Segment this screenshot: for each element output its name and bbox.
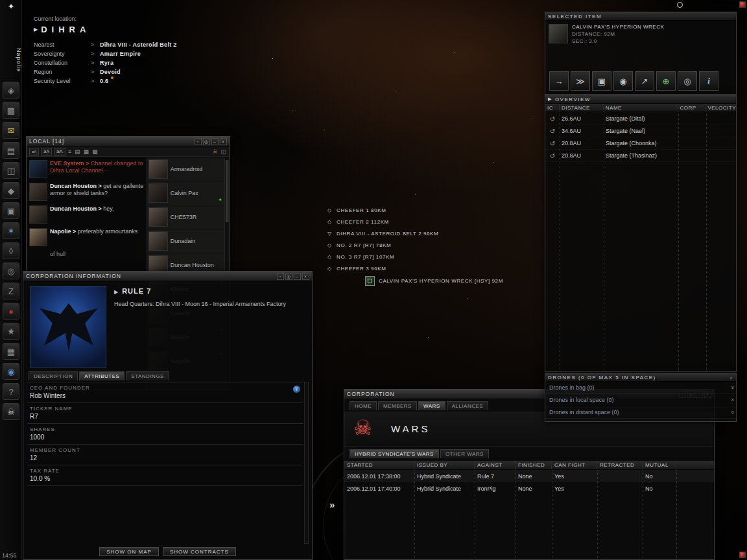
unstack-icon[interactable]: ▫ xyxy=(277,273,284,280)
tab-attributes[interactable]: ATTRIBUTES xyxy=(79,371,124,380)
subtab-own-wars[interactable]: HYBRID SYNDICATE'S WARS xyxy=(350,449,439,458)
pin-icon[interactable]: ◎ xyxy=(203,138,210,145)
unstack-icon[interactable]: ▫ xyxy=(195,138,202,145)
ship-hangar-icon[interactable]: ✶ xyxy=(3,222,19,239)
tab-wars[interactable]: WARS xyxy=(418,401,445,410)
show-hostiles-icon[interactable]: ☠ xyxy=(211,148,218,155)
window-stack-icon-bottom[interactable] xyxy=(739,552,746,558)
show-info-button[interactable]: i xyxy=(699,71,718,91)
drone-group-row[interactable]: Drones in bag (0) » xyxy=(545,382,736,394)
keep-at-range-button[interactable]: ↗ xyxy=(635,71,654,91)
overview-row[interactable]: ↺ 34.6AU Stargate (Nael) xyxy=(545,125,736,137)
selected-item-thumbnail[interactable] xyxy=(549,24,568,43)
overview-header[interactable]: ▶ OVERVIEW xyxy=(545,95,736,104)
close-icon[interactable]: × xyxy=(220,138,227,145)
warp-to-button[interactable]: ≫ xyxy=(571,71,590,91)
help-icon[interactable]: ? xyxy=(3,383,19,400)
local-titlebar[interactable]: LOCAL [14] ▫ ◎ – × xyxy=(27,137,230,146)
close-icon[interactable]: × xyxy=(302,273,309,280)
selected-item-header[interactable]: SELECTED ITEM xyxy=(545,12,736,21)
eve-menu-icon[interactable]: ✦ xyxy=(0,2,22,11)
tab-home[interactable]: HOME xyxy=(350,401,377,410)
member-row[interactable]: CHE573R xyxy=(147,205,224,229)
map-icon[interactable]: ◎ xyxy=(3,262,19,279)
field-value[interactable]: Amarr Empire xyxy=(100,49,141,58)
tab-description[interactable]: DESCRIPTION xyxy=(29,371,78,380)
look-at-button[interactable]: ◎ xyxy=(678,71,697,91)
tab-standings[interactable]: STANDINGS xyxy=(126,371,169,380)
mail-icon[interactable]: ✉ xyxy=(3,122,19,139)
grid-view-icon[interactable]: ▦ xyxy=(82,148,89,155)
member-row[interactable]: Dunadain xyxy=(147,229,224,253)
show-info-icon[interactable]: i xyxy=(293,386,300,393)
log-icon[interactable]: ● xyxy=(3,303,19,320)
font-small-button[interactable]: aA xyxy=(29,148,39,156)
corp-info-titlebar[interactable]: CORPORATION INFORMATION ▫ ◎ – × xyxy=(23,272,312,281)
show-contracts-button[interactable]: SHOW CONTRACTS xyxy=(163,547,236,556)
journal-icon[interactable]: Z xyxy=(3,283,19,299)
star-map-icon[interactable]: ◈ xyxy=(3,82,19,99)
member-filter-icon[interactable]: ◫ xyxy=(220,148,227,155)
font-medium-button[interactable]: aA xyxy=(41,148,52,156)
lock-target-button[interactable]: ⊕ xyxy=(656,71,676,91)
wallet-icon[interactable]: ★ xyxy=(3,323,19,340)
space-marker[interactable]: ◇NO. 2 R7 [R7] 78KM xyxy=(327,239,503,251)
detail-view-icon[interactable]: ▤ xyxy=(74,148,81,155)
overview-row[interactable]: ↺ 20.8AU Stargate (Choonka) xyxy=(545,137,736,150)
window-stack-icon[interactable] xyxy=(739,1,746,8)
character-name-vertical[interactable]: Napolie xyxy=(0,38,22,83)
space-marker[interactable]: ◇NO. 3 R7 [R7] 107KM xyxy=(327,251,503,262)
minimize-icon[interactable]: – xyxy=(211,138,219,145)
list-view-icon[interactable]: ≡ xyxy=(67,148,72,155)
drone-group-row[interactable]: Drones in local space (0) » xyxy=(545,394,736,406)
skull-icon[interactable]: ☠ xyxy=(3,403,19,420)
field-value[interactable]: Dihra VIII - Asteroid Belt 2 xyxy=(100,40,177,49)
overview-row[interactable]: ↺ 26.6AU Stargate (Dital) xyxy=(545,113,736,125)
game-viewport: Current location: ▶ DIHRA Nearest>Dihra … xyxy=(0,0,747,560)
expand-icon[interactable]: » xyxy=(729,398,735,401)
member-row[interactable]: Armaradroid xyxy=(147,158,224,181)
assets-icon[interactable]: ▣ xyxy=(3,202,19,219)
pin-icon[interactable]: ◎ xyxy=(285,273,292,280)
tab-members[interactable]: MEMBERS xyxy=(378,401,417,410)
overview-row[interactable]: ↺ 20.8AU Stargate (Thasinaz) xyxy=(545,150,736,162)
collapse-icon[interactable]: » xyxy=(729,375,735,379)
expand-icon[interactable]: » xyxy=(729,410,735,414)
selected-wreck-marker[interactable]: CALVIN PAX'S HYPERION WRECK [HSY] 92M xyxy=(365,276,503,286)
orbit-button[interactable]: ◉ xyxy=(613,71,633,91)
field-value[interactable]: Ryra xyxy=(100,58,113,67)
neocom-clock[interactable]: 14:55 xyxy=(2,552,17,559)
compact-view-icon[interactable]: ▩ xyxy=(91,148,99,155)
corp-name-row[interactable]: ▶RULE 7 xyxy=(114,287,306,295)
member-row[interactable]: Calvin Pax✦ xyxy=(147,181,224,205)
expand-chevrons-button[interactable]: » xyxy=(329,499,335,510)
channels-icon[interactable]: ◉ xyxy=(3,363,19,380)
system-name[interactable]: DIHRA xyxy=(41,25,90,34)
space-marker[interactable]: ◇CHEEFER 1 80KM xyxy=(327,204,503,216)
science-icon[interactable]: ◊ xyxy=(3,242,19,259)
corporation-icon[interactable]: ▦ xyxy=(3,343,19,360)
field-value[interactable]: Devoid xyxy=(100,67,121,76)
corp-info-scrollbar[interactable] xyxy=(304,382,309,544)
drones-header[interactable]: DRONES (0 OF MAX 5 IN SPACE) » xyxy=(545,373,736,382)
browser-icon[interactable]: ◫ xyxy=(3,162,19,179)
war-row[interactable]: 2006.12.01 17:38:00 Hybrid Syndicate Rul… xyxy=(344,470,714,482)
minimize-icon[interactable]: – xyxy=(294,273,301,280)
space-marker[interactable]: ◇CHEEFER 2 112KM xyxy=(327,216,503,228)
people-and-places-icon[interactable]: ▩ xyxy=(3,102,19,119)
space-marker[interactable]: ◇CHEEFER 3 96KM xyxy=(327,262,503,274)
show-on-map-button[interactable]: SHOW ON MAP xyxy=(99,547,159,556)
scrollbar-thumb[interactable] xyxy=(226,160,229,222)
expand-icon[interactable]: » xyxy=(729,386,735,389)
market-icon[interactable]: ◆ xyxy=(3,182,19,199)
drone-group-row[interactable]: Drones in distant space (0) » xyxy=(545,406,736,419)
overview-column-header[interactable]: IC DISTANCE NAME CORP VELOCITY xyxy=(545,104,736,112)
war-row[interactable]: 2006.12.01 17:40:00 Hybrid Syndicate Iro… xyxy=(344,482,714,495)
subtab-other-wars[interactable]: OTHER WARS xyxy=(440,449,489,458)
open-cargo-button[interactable]: ▣ xyxy=(592,71,611,91)
space-marker[interactable]: ▽DIHRA VIII - ASTEROID BELT 2 96KM xyxy=(327,228,503,239)
tab-alliances[interactable]: ALLIANCES xyxy=(447,401,489,410)
notepad-icon[interactable]: ▤ xyxy=(3,142,19,159)
font-large-button[interactable]: aA xyxy=(54,148,65,156)
approach-button[interactable]: → xyxy=(549,71,569,91)
